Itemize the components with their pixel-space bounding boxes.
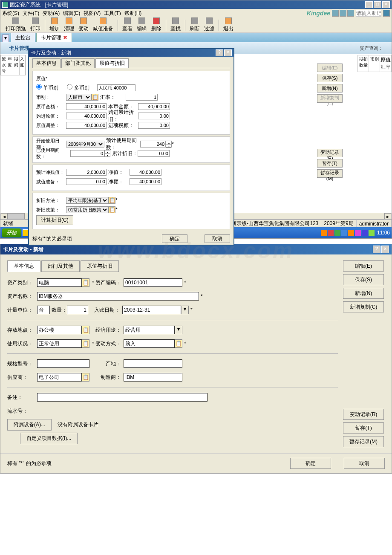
asset-name-field[interactable]: [37, 292, 199, 301]
tool-print-preview[interactable]: 打印预览: [4, 17, 28, 32]
mnemonic-input[interactable]: [356, 10, 381, 17]
bd-tab-basic[interactable]: 基本信息: [7, 260, 40, 272]
tool-filter[interactable]: 过滤: [202, 17, 216, 32]
bd-tab-dep[interactable]: 原值与折旧: [81, 260, 119, 272]
change-type-lookup-icon[interactable]: 📋: [175, 339, 182, 348]
tray-icon[interactable]: [355, 230, 361, 236]
side-edit-button[interactable]: 编辑(E): [317, 64, 343, 72]
planned-periods-field[interactable]: [140, 141, 166, 147]
inner-cancel-button[interactable]: 取消: [205, 234, 230, 243]
net-amount-field[interactable]: [130, 178, 161, 185]
bd-change-log-button[interactable]: 变动记录(R): [343, 409, 384, 420]
entry-date-field[interactable]: [122, 306, 181, 314]
tool-change[interactable]: 变动: [77, 17, 90, 32]
attachment-button[interactable]: 附属设备(A)...: [7, 419, 52, 431]
tab-cards[interactable]: 卡片管理✖: [36, 33, 72, 42]
base-amount-field[interactable]: [138, 103, 170, 110]
menu-edit[interactable]: 编辑(E): [63, 10, 80, 17]
entry-date-dropdown-icon[interactable]: ▾: [181, 306, 189, 314]
tool-view[interactable]: 查看: [121, 17, 134, 32]
bd-stash-log-button[interactable]: 暂存记录(M): [343, 436, 384, 447]
impairment-field[interactable]: [66, 178, 107, 185]
bottom-close-button[interactable]: ×: [381, 246, 389, 253]
bd-new-copy-button[interactable]: 新增复制(C): [343, 301, 384, 312]
adjust-field[interactable]: [66, 122, 107, 129]
asset-type-lookup-icon[interactable]: 📋: [82, 278, 89, 287]
purpose-field[interactable]: [124, 326, 175, 334]
used-periods-spinner[interactable]: ▴▾: [104, 150, 110, 157]
bd-ok-button[interactable]: 确定: [290, 458, 331, 469]
bd-save-button[interactable]: 保存(S): [343, 274, 384, 285]
inner-tab-basic[interactable]: 基本信息: [32, 58, 61, 68]
supplier-lookup-icon[interactable]: 📋: [82, 373, 89, 382]
menu-tools[interactable]: 工具(T): [104, 10, 121, 17]
tool-exit[interactable]: 退出: [222, 17, 235, 32]
tool-delete[interactable]: 删除: [150, 17, 163, 32]
side-new-copy-button[interactable]: 新增复制(C): [317, 94, 343, 103]
tray-icon[interactable]: [341, 230, 347, 236]
tool-add[interactable]: 增加: [48, 17, 61, 32]
side-save-button[interactable]: 保存(S): [317, 74, 343, 82]
supplier-field[interactable]: [37, 373, 82, 382]
inner-close-button[interactable]: ×: [224, 49, 232, 56]
maker-field[interactable]: [124, 373, 182, 382]
tray-icon[interactable]: [334, 230, 340, 236]
tray-icon[interactable]: [321, 230, 327, 236]
dep-policy-lookup-icon[interactable]: 📋: [109, 206, 115, 213]
menu-change[interactable]: 变动(A): [43, 10, 60, 17]
est-salvage-field[interactable]: [66, 169, 107, 176]
dep-policy-select[interactable]: 01常用折旧政策: [66, 206, 109, 213]
spec-field[interactable]: [37, 359, 89, 368]
bd-tab-dept[interactable]: 部门及其他: [41, 260, 80, 272]
side-stash-log-button[interactable]: 暂存记录(M): [317, 169, 343, 178]
rmb-value-field[interactable]: [97, 84, 135, 91]
tool-find[interactable]: 查找: [169, 17, 182, 32]
bd-new-button[interactable]: 新增(N): [343, 288, 384, 299]
brand-icon-1[interactable]: [332, 10, 339, 17]
dep-method-lookup-icon[interactable]: 📋: [109, 197, 115, 204]
location-field[interactable]: [37, 326, 82, 334]
accum-dep-field[interactable]: [138, 113, 170, 119]
dep-method-select[interactable]: 平均年限法(基于入账: [66, 197, 109, 204]
side-stash-button[interactable]: 暂存(T): [317, 159, 343, 168]
bottom-help-button[interactable]: ?: [373, 246, 380, 253]
brand-icon-2[interactable]: [340, 10, 346, 17]
side-new-button[interactable]: 新增(N): [317, 84, 343, 92]
inner-tab-dept[interactable]: 部门及其他: [61, 58, 95, 68]
change-type-field[interactable]: [124, 339, 175, 348]
radio-single-currency[interactable]: 单币别: [36, 84, 58, 92]
origin-field[interactable]: [124, 359, 182, 368]
tool-edit[interactable]: 编辑: [135, 17, 149, 32]
tab-console[interactable]: 主控台: [11, 33, 35, 42]
menu-help[interactable]: 帮助(H): [124, 10, 142, 17]
orig-amount-field[interactable]: [66, 103, 107, 110]
usage-field[interactable]: [37, 339, 82, 348]
currency-select[interactable]: 人民币: [66, 94, 92, 101]
inner-help-button[interactable]: ?: [216, 49, 223, 56]
remark-field[interactable]: [37, 393, 208, 402]
tray-icon[interactable]: [348, 230, 354, 236]
close-button[interactable]: ×: [382, 1, 390, 8]
asset-code-field[interactable]: [124, 278, 182, 287]
usage-lookup-icon[interactable]: 📋: [82, 339, 89, 348]
rate-field[interactable]: [126, 94, 158, 101]
tool-refresh[interactable]: 刷新: [188, 17, 202, 32]
custom-data-button[interactable]: 自定义项目数据(I)...: [20, 433, 78, 444]
menu-view[interactable]: 视图(V): [84, 10, 101, 17]
start-date-select[interactable]: 2009年9月30: [66, 141, 104, 147]
location-lookup-icon[interactable]: 📋: [82, 326, 89, 334]
tray-icon[interactable]: [369, 230, 375, 236]
calc-depreciation-button[interactable]: 计算折旧(C): [36, 215, 73, 225]
menu-file[interactable]: 文件(F): [23, 10, 39, 17]
tool-clean[interactable]: 清理: [62, 17, 76, 32]
bd-stash-button[interactable]: 暂存(T): [343, 422, 384, 434]
menu-system[interactable]: 系统(S): [2, 10, 19, 17]
tool-impairment[interactable]: 减值准备: [91, 17, 115, 32]
accum-dep2-field[interactable]: [138, 150, 170, 157]
side-change-log-button[interactable]: 变动记录(R): [317, 149, 343, 157]
purpose-dropdown-icon[interactable]: ▾: [175, 326, 182, 334]
start-button[interactable]: 开始: [2, 228, 21, 237]
used-periods-field[interactable]: [70, 150, 104, 157]
currency-lookup-icon[interactable]: 📋: [92, 94, 98, 101]
radio-multi-currency[interactable]: 多币别: [67, 84, 89, 92]
